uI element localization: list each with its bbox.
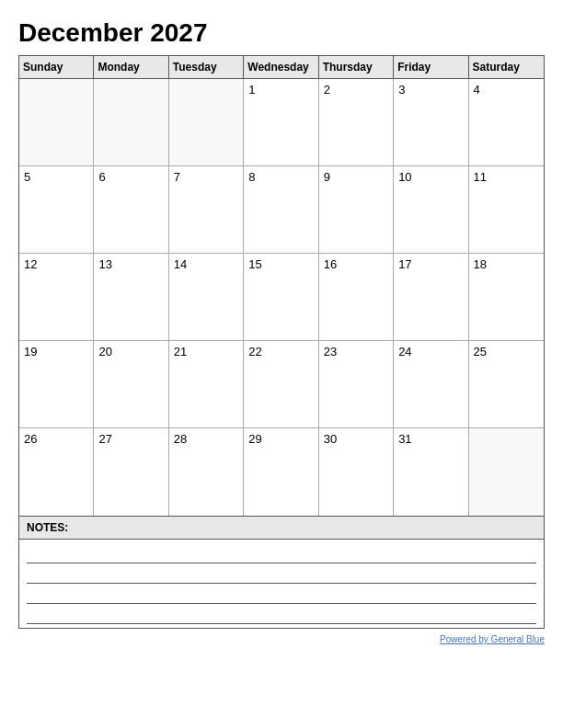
day-header-monday: Monday	[94, 56, 168, 78]
calendar-cell: 31	[394, 428, 468, 516]
calendar-cell: 24	[394, 341, 468, 428]
calendar-cell: 10	[394, 166, 468, 254]
calendar-cell: 22	[244, 341, 318, 428]
day-number: 18	[474, 257, 487, 271]
calendar-cell: 13	[94, 254, 168, 341]
day-number: 21	[174, 345, 187, 358]
day-number: 9	[324, 170, 330, 184]
notes-label: NOTES:	[19, 517, 544, 540]
calendar-cell: 28	[169, 428, 244, 516]
day-number: 2	[324, 83, 330, 97]
calendar-cell: 8	[244, 166, 318, 254]
day-number: 20	[98, 345, 111, 358]
calendar-cell: 29	[244, 428, 318, 516]
day-number: 8	[248, 170, 255, 184]
day-number: 10	[398, 170, 411, 184]
day-number: 17	[398, 257, 411, 271]
notes-line	[27, 563, 536, 584]
day-number: 24	[398, 345, 411, 358]
day-number: 13	[98, 257, 111, 271]
calendar-cell: 1	[244, 79, 318, 166]
calendar-cell: 4	[469, 79, 544, 166]
calendar: SundayMondayTuesdayWednesdayThursdayFrid…	[18, 55, 545, 517]
day-number: 19	[24, 345, 37, 358]
calendar-cell: 27	[94, 428, 168, 516]
day-number: 28	[174, 432, 187, 446]
calendar-cell: 7	[169, 166, 244, 254]
calendar-cell: 11	[469, 166, 544, 254]
notes-lines	[19, 540, 544, 628]
calendar-cell: 23	[319, 341, 394, 428]
day-number: 16	[324, 257, 337, 271]
day-number: 22	[248, 345, 261, 358]
calendar-cell	[94, 79, 168, 166]
calendar-cell: 9	[319, 166, 394, 254]
calendar-cell: 3	[394, 79, 468, 166]
powered-by-link[interactable]: Powered by General Blue	[440, 634, 545, 644]
notes-line	[27, 604, 536, 624]
calendar-cell: 26	[19, 428, 94, 516]
calendar-cell: 15	[244, 254, 318, 341]
day-number: 3	[398, 83, 405, 97]
calendar-body: 1234567891011121314151617181920212223242…	[19, 79, 544, 516]
day-header-sunday: Sunday	[19, 56, 94, 78]
day-number: 23	[324, 345, 337, 358]
notes-line	[27, 584, 536, 604]
day-number: 15	[248, 257, 261, 271]
calendar-cell: 16	[319, 254, 394, 341]
calendar-cell	[169, 79, 244, 166]
calendar-cell: 21	[169, 341, 244, 428]
day-number: 1	[248, 83, 255, 97]
calendar-cell: 25	[469, 341, 544, 428]
day-number: 4	[474, 83, 480, 97]
day-number: 26	[24, 432, 37, 446]
footer: Powered by General Blue	[18, 634, 545, 644]
calendar-cell: 18	[469, 254, 544, 341]
day-number: 11	[474, 170, 487, 184]
day-header-thursday: Thursday	[319, 56, 394, 78]
day-number: 14	[174, 257, 187, 271]
day-header-saturday: Saturday	[469, 56, 544, 78]
day-number: 12	[24, 257, 37, 271]
day-number: 5	[24, 170, 30, 184]
page-title: December 2027	[18, 18, 545, 48]
calendar-cell	[19, 79, 94, 166]
day-header-tuesday: Tuesday	[169, 56, 244, 78]
calendar-cell: 19	[19, 341, 94, 428]
calendar-cell: 30	[319, 428, 394, 516]
day-number: 29	[248, 432, 261, 446]
notes-line	[27, 543, 536, 563]
calendar-cell: 14	[169, 254, 244, 341]
day-number: 27	[98, 432, 111, 446]
calendar-cell	[469, 428, 544, 516]
calendar-cell: 2	[319, 79, 394, 166]
day-number: 31	[398, 432, 411, 446]
calendar-header: SundayMondayTuesdayWednesdayThursdayFrid…	[19, 56, 544, 79]
day-number: 30	[324, 432, 337, 446]
calendar-cell: 17	[394, 254, 468, 341]
calendar-cell: 5	[19, 166, 94, 254]
calendar-cell: 12	[19, 254, 94, 341]
day-number: 25	[474, 345, 487, 358]
day-header-friday: Friday	[394, 56, 468, 78]
day-number: 7	[174, 170, 180, 184]
day-header-wednesday: Wednesday	[244, 56, 318, 78]
calendar-cell: 6	[94, 166, 168, 254]
day-number: 6	[98, 170, 105, 184]
calendar-cell: 20	[94, 341, 168, 428]
notes-section: NOTES:	[18, 517, 545, 629]
